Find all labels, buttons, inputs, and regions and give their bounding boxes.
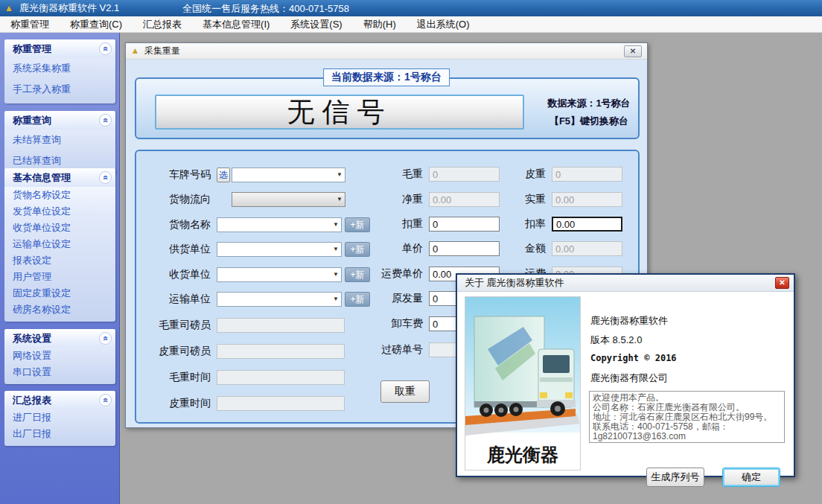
company-info-box: 欢迎使用本产品。 公司名称：石家庄鹿光衡器有限公司。 地址：河北省石家庄鹿泉区石…: [589, 391, 785, 443]
sidebar-item-serial-settings[interactable]: 串口设置: [4, 364, 115, 380]
unit-price-row: 单价: [360, 240, 500, 257]
sidebar-item-fixed-tare[interactable]: 固定皮重设定: [4, 285, 115, 302]
cargo-name-combo[interactable]: ▼: [217, 217, 342, 232]
dialog-body: 鹿光衡器 鹿光衡器称重软件 版本 8.5.2.0 Copyright © 201…: [457, 292, 794, 476]
gross-time-field[interactable]: [217, 370, 345, 385]
sidebar-item-cargo-name[interactable]: 货物名称设定: [4, 187, 115, 203]
amount-field[interactable]: [552, 241, 622, 256]
sidebar: 称重管理 « 系统采集称重 手工录入称重 称重查询 « 未结算查询 已结算查询 …: [0, 33, 120, 504]
sidebar-item-outbound-daily[interactable]: 出厂日报: [4, 426, 115, 442]
supplier-row: 供货单位 ▼ +新: [136, 241, 370, 258]
weight-display-panel: 无信号 数据来源：1号称台 【F5】键切换称台: [135, 77, 640, 139]
plate-number-combo[interactable]: ▼: [232, 168, 345, 182]
dialog-titlebar[interactable]: 关于 鹿光衡器称重软件 ✕: [457, 275, 794, 292]
sidebar-item-unsettled-query[interactable]: 未结算查询: [4, 130, 115, 150]
sidebar-item-transporter[interactable]: 运输单位设定: [4, 236, 115, 252]
amount-label: 金额: [482, 242, 546, 255]
sidebar-item-report-setting[interactable]: 报表设定: [4, 252, 115, 269]
sidebar-item-receiver[interactable]: 收货单位设定: [4, 220, 115, 236]
collapse-icon[interactable]: «: [99, 114, 112, 127]
cargo-direction-label: 货物流向: [136, 193, 211, 206]
take-weight-button[interactable]: 取重: [380, 380, 430, 403]
sidebar-item-inbound-daily[interactable]: 进厂日报: [4, 409, 115, 426]
tare-weight-field[interactable]: [552, 167, 622, 182]
menu-help[interactable]: 帮助(H): [353, 16, 407, 32]
actual-weight-field[interactable]: [552, 192, 622, 207]
menu-basic-info[interactable]: 基本信息管理(I): [192, 16, 280, 32]
select-plate-button[interactable]: 选: [217, 168, 230, 182]
tare-operator-row: 皮重司磅员: [136, 343, 345, 360]
collapse-icon[interactable]: «: [99, 42, 112, 55]
group-title: 基本信息管理: [13, 171, 99, 185]
gross-operator-field[interactable]: [217, 318, 345, 333]
transporter-combo[interactable]: ▼: [217, 292, 342, 307]
generate-serial-button[interactable]: 生成序列号: [646, 468, 704, 487]
group-title: 系统设置: [13, 332, 99, 345]
collapse-icon[interactable]: «: [99, 394, 112, 406]
app-title: 鹿光衡器称重软件 V2.1: [19, 1, 119, 15]
sidebar-group-header[interactable]: 汇总报表 «: [4, 391, 115, 409]
sidebar-group-header[interactable]: 称重管理 «: [4, 39, 115, 58]
deduct-weight-row: 扣重: [360, 216, 500, 232]
cargo-direction-row: 货物流向 ▼: [136, 191, 345, 208]
receiver-combo[interactable]: ▼: [217, 267, 342, 282]
supplier-combo[interactable]: ▼: [217, 242, 342, 257]
gross-operator-label: 毛重司磅员: [136, 319, 211, 332]
truck-image: 鹿光衡器: [465, 296, 581, 470]
window-title: 采集重量: [144, 45, 624, 57]
sidebar-group-header[interactable]: 系统设置 «: [4, 329, 115, 348]
menu-bar: 称重管理 称重查询(C) 汇总报表 基本信息管理(I) 系统设置(S) 帮助(H…: [0, 16, 822, 33]
receiver-label: 收货单位: [136, 268, 211, 281]
menu-exit[interactable]: 退出系统(O): [407, 16, 480, 32]
chevron-down-icon: ▼: [337, 196, 342, 202]
tare-time-row: 皮重时间: [136, 395, 345, 412]
gross-time-row: 毛重时间: [136, 369, 345, 386]
cargo-direction-combo[interactable]: ▼: [232, 192, 345, 207]
unload-fee-label: 卸车费: [360, 317, 423, 331]
sidebar-item-shipper[interactable]: 发货单位设定: [4, 203, 115, 220]
tare-weight-label: 皮重: [482, 168, 546, 181]
sidebar-group-header[interactable]: 基本信息管理 «: [4, 168, 115, 187]
sidebar-group-header[interactable]: 称重查询 «: [4, 111, 115, 130]
dialog-close-button[interactable]: ✕: [775, 277, 789, 289]
transporter-label: 运输单位: [136, 293, 211, 306]
deduct-rate-field[interactable]: [552, 217, 622, 232]
menu-summary-report[interactable]: 汇总报表: [133, 16, 192, 32]
group-title: 汇总报表: [13, 394, 99, 407]
app-logo-icon: ▲: [3, 2, 15, 14]
window-close-button[interactable]: ✕: [624, 45, 642, 57]
plate-number-label: 车牌号码: [136, 168, 211, 182]
menu-weigh-management[interactable]: 称重管理: [0, 16, 60, 32]
plate-number-row: 车牌号码 选 ▼: [136, 167, 345, 183]
sidebar-item-user-management[interactable]: 用户管理: [4, 269, 115, 285]
tare-time-field[interactable]: [217, 396, 345, 411]
tare-operator-field[interactable]: [217, 344, 345, 359]
collapse-icon[interactable]: «: [99, 171, 112, 184]
window-titlebar[interactable]: ▲ 采集重量 ✕: [126, 43, 647, 60]
ok-button[interactable]: 确定: [722, 468, 780, 487]
collapse-icon[interactable]: «: [99, 332, 112, 345]
sidebar-item-scale-house[interactable]: 磅房名称设定: [4, 302, 115, 318]
sidebar-item-manual-weigh[interactable]: 手工录入称重: [4, 79, 115, 100]
dialog-title: 关于 鹿光衡器称重软件: [465, 276, 775, 290]
cargo-name-row: 货物名称 ▼ +新: [136, 217, 370, 233]
net-weight-row: 净重: [360, 191, 500, 208]
sidebar-item-network-settings[interactable]: 网络设置: [4, 348, 115, 364]
about-dialog: 关于 鹿光衡器称重软件 ✕: [456, 273, 795, 477]
sidebar-group-weigh-query: 称重查询 « 未结算查询 已结算查询: [4, 111, 115, 175]
chevron-down-icon: ▼: [333, 221, 339, 228]
menu-weigh-query[interactable]: 称重查询(C): [60, 16, 133, 32]
menu-system-settings[interactable]: 系统设置(S): [280, 16, 352, 32]
app-titlebar: ▲ 鹿光衡器称重软件 V2.1 全国统一售后服务热线：400-071-5758: [0, 0, 822, 16]
ticket-number-label: 过磅单号: [360, 343, 423, 357]
original-qty-label: 原发量: [360, 292, 423, 305]
chevron-down-icon: ▼: [333, 296, 339, 302]
cargo-name-label: 货物名称: [136, 218, 211, 232]
data-source-label: 数据来源：1号称台: [538, 97, 640, 110]
sidebar-item-system-weigh[interactable]: 系统采集称重: [4, 58, 115, 79]
weight-readout: 无信号: [155, 95, 524, 130]
freight-unit-price-label: 运费单价: [360, 267, 423, 281]
tare-time-label: 皮重时间: [136, 397, 211, 410]
deduct-weight-label: 扣重: [360, 217, 423, 231]
sidebar-group-system-settings: 系统设置 « 网络设置 串口设置: [4, 329, 115, 384]
